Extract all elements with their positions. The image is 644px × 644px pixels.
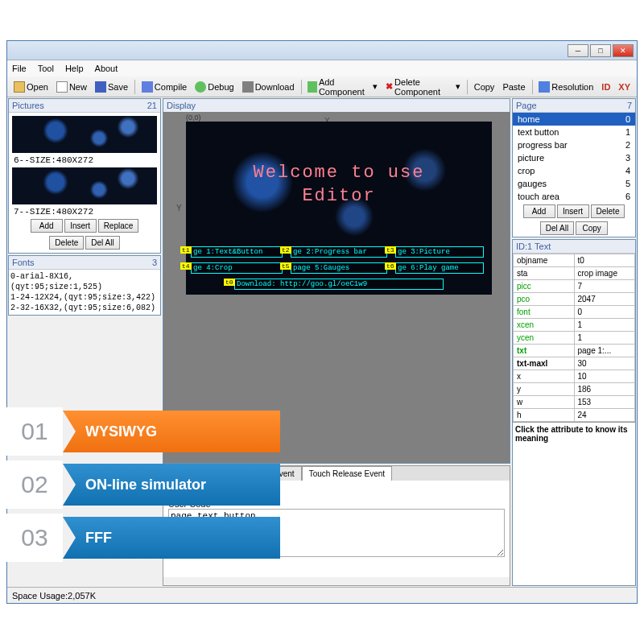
- hotspot-tag: t2: [280, 246, 291, 254]
- property-row[interactable]: x10: [514, 370, 635, 383]
- page-insert-button[interactable]: Insert: [557, 204, 589, 218]
- space-usage: Space Usage:2,057K: [12, 591, 96, 601]
- property-row[interactable]: y186: [514, 383, 635, 396]
- debug-button[interactable]: Debug: [192, 80, 237, 94]
- page-row[interactable]: text button1: [513, 126, 635, 138]
- xy-button[interactable]: XY: [615, 80, 634, 93]
- property-row[interactable]: txt-maxl30: [514, 357, 635, 370]
- picture-label: 7--SIZE:480X272: [10, 206, 159, 217]
- pic-add-button[interactable]: Add: [31, 219, 63, 233]
- menubar: File Tool Help About: [7, 60, 637, 76]
- copy-button[interactable]: Copy: [471, 80, 498, 93]
- tab-touch-release[interactable]: Touch Release Event: [302, 466, 393, 481]
- id-button[interactable]: ID: [598, 80, 613, 93]
- page-row[interactable]: progress bar2: [513, 138, 635, 151]
- pic-delete-button[interactable]: Delete: [49, 236, 84, 250]
- pic-replace-button[interactable]: Replace: [98, 219, 139, 233]
- attributes-panel: ID:1 Text objnamet0stacrop imagepicc7pco…: [512, 239, 636, 586]
- compile-icon: [142, 81, 153, 93]
- page-row[interactable]: gauges5: [513, 177, 635, 190]
- fonts-count: 3: [152, 258, 157, 267]
- resolution-icon: [539, 81, 550, 93]
- property-row[interactable]: objnamet0: [514, 254, 635, 267]
- fonts-list[interactable]: 0-arial-8X16,(qyt:95;size:1,525)1-24-12X…: [9, 270, 160, 315]
- properties-hint: Click the attribute to know its meaning: [513, 422, 635, 445]
- pictures-count: 21: [147, 101, 157, 110]
- maximize-button[interactable]: □: [590, 44, 611, 57]
- debug-icon: [195, 81, 206, 93]
- feature-label: WYSIWYG: [63, 411, 280, 452]
- feature-number: 03: [6, 514, 63, 562]
- font-item[interactable]: 1-24-12X24,(qyt:95;size:3,422): [10, 292, 159, 303]
- canvas-hotspot[interactable]: t3ge 3:Picture: [395, 246, 484, 258]
- pic-insert-button[interactable]: Insert: [64, 219, 97, 233]
- download-icon: [242, 81, 254, 93]
- property-row[interactable]: stacrop image: [514, 267, 635, 280]
- page-row[interactable]: picture3: [513, 151, 635, 164]
- picture-thumb[interactable]: [12, 116, 157, 153]
- property-row[interactable]: txtpage 1:...: [514, 345, 635, 357]
- pic-delall-button[interactable]: Del All: [85, 236, 119, 250]
- hotspot-tag: t5: [280, 262, 291, 270]
- picture-thumb[interactable]: [12, 167, 157, 204]
- canvas-hotspot[interactable]: t0Download: http://goo.gl/oeC1w9: [234, 279, 444, 290]
- page-delete-button[interactable]: Delete: [591, 204, 625, 218]
- page-row[interactable]: touch area6: [513, 190, 635, 203]
- picture-label: 6--SIZE:480X272: [10, 155, 159, 166]
- canvas-hotspot[interactable]: t5page 5:Gauges: [291, 262, 387, 274]
- new-button[interactable]: New: [53, 80, 90, 94]
- resolution-button[interactable]: Resolution: [535, 80, 597, 94]
- property-row[interactable]: font0: [514, 306, 635, 319]
- origin-label: (0,0): [186, 114, 201, 122]
- hotspot-tag: t0: [224, 279, 235, 286]
- file-icon: [56, 81, 68, 93]
- fonts-title: Fonts: [12, 258, 35, 267]
- property-row[interactable]: pco2047: [514, 293, 635, 306]
- canvas-hotspot[interactable]: t6ge 6:Play game: [395, 262, 484, 274]
- feature-number: 01: [6, 407, 63, 456]
- font-item[interactable]: 2-32-16X32,(qyt:95;size:6,082): [10, 303, 159, 313]
- property-row[interactable]: xcen1: [514, 319, 635, 332]
- canvas-hotspot[interactable]: t2ge 2:Progress bar: [291, 246, 387, 258]
- feature-row: 02ON-line simulator: [6, 460, 280, 509]
- page-row[interactable]: crop4: [513, 164, 635, 177]
- statusbar: Space Usage:2,057K: [7, 587, 637, 603]
- save-icon: [95, 81, 106, 93]
- page-count: 7: [627, 101, 632, 110]
- compile-button[interactable]: Compile: [138, 80, 190, 94]
- menu-tool[interactable]: Tool: [38, 64, 54, 73]
- paste-button[interactable]: Paste: [499, 80, 528, 93]
- fonts-panel: Fonts3 0-arial-8X16,(qyt:95;size:1,525)1…: [8, 255, 161, 316]
- property-row[interactable]: h24: [514, 409, 635, 422]
- canvas-hotspot[interactable]: t1ge 1:Text&Button: [191, 246, 283, 258]
- menu-help[interactable]: Help: [65, 64, 84, 73]
- property-row[interactable]: picc7: [514, 280, 635, 293]
- add-component-button[interactable]: Add Component ▾: [304, 76, 381, 98]
- page-title: Page: [516, 101, 537, 110]
- page-add-button[interactable]: Add: [523, 204, 555, 218]
- minimize-button[interactable]: ─: [568, 44, 588, 57]
- page-delall-button[interactable]: Del All: [540, 221, 574, 235]
- delete-component-button[interactable]: ✖Delete Component ▾: [382, 76, 464, 98]
- download-button[interactable]: Download: [239, 80, 298, 94]
- property-row[interactable]: ycen1: [514, 332, 635, 345]
- hotspot-tag: t3: [385, 246, 396, 254]
- hotspot-tag: t4: [180, 262, 192, 270]
- font-item[interactable]: 0-arial-8X16,(qyt:95;size:1,525): [10, 271, 159, 292]
- property-row[interactable]: w153: [514, 396, 635, 409]
- canvas[interactable]: Welcome to useEditor t1ge 1:Text&Buttont…: [186, 122, 492, 295]
- page-row[interactable]: home0: [513, 113, 635, 126]
- canvas-hotspot[interactable]: t4ge 4:Crop: [191, 262, 283, 274]
- display-title: Display: [163, 99, 510, 112]
- menu-about[interactable]: About: [95, 64, 118, 73]
- toolbar: Open New Save Compile Debug Download Add…: [7, 76, 637, 97]
- hotspot-tag: t6: [385, 262, 396, 270]
- feature-number: 02: [6, 460, 63, 509]
- y-axis-label: Y: [176, 204, 182, 213]
- x-icon: ✖: [386, 81, 393, 92]
- page-copy-button[interactable]: Copy: [576, 221, 608, 235]
- save-button[interactable]: Save: [92, 80, 131, 94]
- close-button[interactable]: ✕: [613, 44, 634, 57]
- menu-file[interactable]: File: [12, 64, 27, 73]
- open-button[interactable]: Open: [10, 80, 52, 94]
